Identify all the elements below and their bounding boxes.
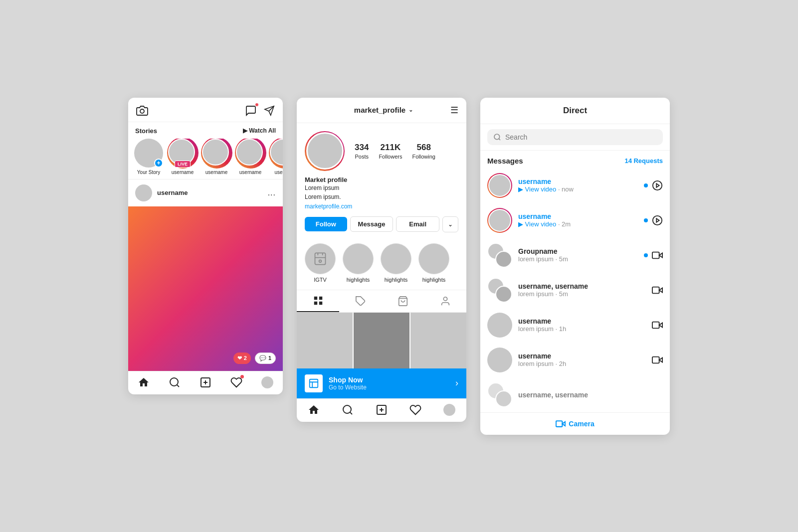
highlight-2[interactable]: highlights bbox=[381, 243, 411, 283]
heart-icon: ❤ bbox=[237, 355, 242, 361]
messenger-icon[interactable] bbox=[245, 105, 257, 117]
camera-icon-5 bbox=[652, 320, 663, 331]
profile-add-icon[interactable] bbox=[376, 404, 388, 416]
camera-icon[interactable] bbox=[136, 105, 148, 117]
followers-stat[interactable]: 211K Followers bbox=[379, 143, 402, 160]
search-input-wrap[interactable] bbox=[487, 129, 663, 145]
msg-preview-6: lorem ipsum · 2h bbox=[518, 360, 646, 367]
svg-point-9 bbox=[319, 260, 322, 262]
svg-point-21 bbox=[653, 180, 662, 189]
follow-button[interactable]: Follow bbox=[305, 217, 347, 231]
profile-home-icon[interactable] bbox=[308, 404, 320, 416]
email-button[interactable]: Email bbox=[396, 216, 439, 232]
actions-dropdown-button[interactable]: ⌄ bbox=[442, 216, 458, 232]
msg-name-2: username bbox=[518, 212, 638, 220]
grid-cell-3[interactable] bbox=[410, 313, 466, 368]
post-options-button[interactable]: ... bbox=[268, 188, 276, 197]
svg-point-23 bbox=[653, 215, 662, 224]
grid-cell-1[interactable] bbox=[297, 313, 353, 368]
search-bar bbox=[480, 124, 670, 151]
profile-info-row: 334 Posts 211K Followers 568 Following bbox=[297, 123, 466, 176]
bio-link[interactable]: marketprofile.com bbox=[305, 203, 352, 210]
following-count: 568 bbox=[417, 143, 431, 153]
svg-rect-29 bbox=[556, 421, 563, 427]
watch-all-button[interactable]: ▶ Watch All bbox=[243, 127, 276, 134]
highlight-3[interactable]: highlights bbox=[418, 243, 449, 283]
post-avatar bbox=[135, 184, 152, 201]
tab-person[interactable] bbox=[424, 290, 466, 312]
profile-tabs bbox=[297, 290, 466, 313]
story-item-3[interactable]: username bbox=[236, 139, 265, 175]
tab-bag[interactable] bbox=[382, 290, 424, 312]
following-stat[interactable]: 568 Following bbox=[412, 143, 435, 160]
story-label-4: userna... bbox=[275, 170, 283, 175]
message-item-1[interactable]: username ▶ View video · now bbox=[480, 168, 670, 203]
message-item-5[interactable]: username lorem ipsum · 1h bbox=[480, 308, 670, 343]
msg-avatar-3 bbox=[487, 243, 512, 268]
shop-banner[interactable]: Shop Now Go to Website › bbox=[297, 368, 466, 398]
highlight-1[interactable]: highlights bbox=[343, 243, 374, 283]
hamburger-menu-icon[interactable]: ☰ bbox=[450, 105, 458, 116]
profile-screen: market_profile ⌄ ☰ 334 Posts 211K Follow… bbox=[297, 98, 466, 422]
posts-label: Posts bbox=[355, 154, 369, 160]
comments-badge[interactable]: 💬 1 bbox=[255, 353, 276, 364]
svg-point-19 bbox=[494, 134, 500, 140]
add-post-nav[interactable] bbox=[200, 376, 211, 388]
msg-name-5: username bbox=[518, 317, 646, 325]
story-item-4[interactable]: userna... bbox=[270, 139, 283, 175]
tab-tag[interactable] bbox=[339, 290, 382, 312]
story-label-1: username bbox=[172, 170, 194, 175]
svg-rect-26 bbox=[652, 287, 659, 293]
message-item-3[interactable]: Groupname lorem ipsum · 5m bbox=[480, 238, 670, 273]
highlight-igtv[interactable]: IGTV bbox=[305, 243, 336, 283]
chevron-down-icon[interactable]: ⌄ bbox=[408, 107, 413, 113]
msg-content-1: username ▶ View video · now bbox=[518, 177, 638, 193]
grid-cell-2[interactable] bbox=[354, 313, 409, 368]
send-icon[interactable] bbox=[264, 105, 275, 116]
message-button[interactable]: Message bbox=[350, 216, 394, 232]
shop-subtitle: Go to Website bbox=[329, 384, 449, 391]
camera-button[interactable]: Camera bbox=[556, 419, 594, 429]
requests-button[interactable]: 14 Requests bbox=[624, 157, 663, 165]
video-icon-1 bbox=[652, 180, 663, 191]
profile-search-icon[interactable] bbox=[342, 404, 354, 416]
heart-nav-icon[interactable] bbox=[230, 376, 242, 388]
profile-username-row[interactable]: market_profile ⌄ bbox=[354, 106, 413, 114]
svg-marker-22 bbox=[656, 183, 659, 187]
add-story-button[interactable]: + bbox=[154, 159, 163, 168]
svg-line-4 bbox=[177, 384, 179, 386]
highlight-label-1: highlights bbox=[347, 277, 370, 283]
profile-user-icon[interactable] bbox=[443, 404, 455, 416]
highlight-label-2: highlights bbox=[385, 277, 407, 283]
profile-nav-icon[interactable] bbox=[261, 376, 273, 388]
likes-badge[interactable]: ❤ 2 bbox=[233, 353, 251, 364]
tab-grid[interactable] bbox=[297, 290, 339, 312]
messages-header-row: Messages 14 Requests bbox=[480, 151, 670, 168]
story-item-live[interactable]: LIVE username bbox=[168, 139, 197, 175]
search-nav-icon[interactable] bbox=[169, 376, 181, 388]
svg-rect-28 bbox=[652, 356, 659, 363]
msg-content-7: username, username bbox=[518, 391, 663, 399]
message-item-6[interactable]: username lorem ipsum · 2h bbox=[480, 343, 670, 377]
unread-dot-1 bbox=[644, 183, 648, 187]
profile-heart-icon[interactable] bbox=[409, 404, 421, 416]
post-username[interactable]: username bbox=[157, 189, 188, 196]
msg-name-4: username, username bbox=[518, 282, 646, 290]
shop-title: Shop Now bbox=[329, 376, 449, 384]
feed-screen: Stories ▶ Watch All + Your Story bbox=[128, 98, 283, 394]
direct-title: Direct bbox=[563, 106, 587, 116]
message-item-4[interactable]: username, username lorem ipsum · 5m bbox=[480, 273, 670, 308]
message-item-7[interactable]: username, username bbox=[480, 377, 670, 412]
home-nav-icon[interactable] bbox=[138, 376, 150, 388]
shop-arrow-icon: › bbox=[455, 378, 458, 388]
following-label: Following bbox=[412, 154, 435, 160]
search-input[interactable] bbox=[505, 133, 657, 141]
story-item-your-story[interactable]: + Your Story bbox=[134, 139, 163, 175]
bio-name: Market profile bbox=[305, 176, 458, 183]
message-item-2[interactable]: username ▶ View video · 2m bbox=[480, 203, 670, 238]
feed-nav bbox=[128, 371, 283, 394]
msg-name-6: username bbox=[518, 352, 646, 360]
messages-label: Messages bbox=[487, 157, 523, 165]
story-item-2[interactable]: username bbox=[202, 139, 231, 175]
svg-point-0 bbox=[140, 109, 144, 113]
